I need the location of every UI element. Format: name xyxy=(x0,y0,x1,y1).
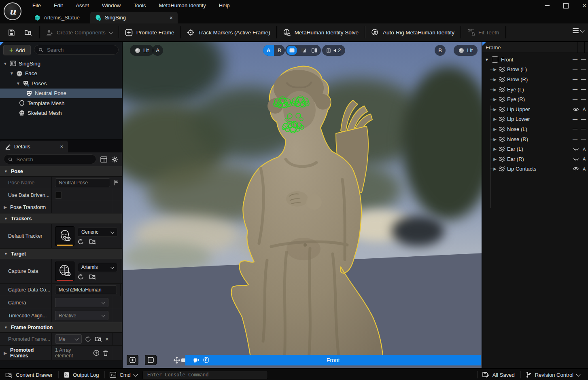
add-element-icon[interactable] xyxy=(93,350,100,356)
hidden-eye-icon[interactable] xyxy=(573,157,579,161)
zoom-in-button[interactable] xyxy=(127,355,138,365)
frame-group-row[interactable]: ▶Lip ContactsA xyxy=(482,164,588,174)
frame-group-row[interactable]: ▶Ear (R)A xyxy=(482,154,588,164)
expander-icon[interactable]: ▶ xyxy=(493,167,497,171)
tree-item-poses[interactable]: ▼ g Poses xyxy=(0,78,122,89)
zoom-out-button[interactable] xyxy=(145,355,157,365)
frame-group-row[interactable]: ▶Nose (R)—— xyxy=(482,134,588,144)
details-search[interactable] xyxy=(4,154,96,164)
lit-mode-button-b[interactable]: Lit xyxy=(454,45,478,56)
details-search-input[interactable] xyxy=(16,156,92,163)
browse-to-asset-icon[interactable] xyxy=(89,239,96,245)
tree-item-singsing[interactable]: ▼ SingSing xyxy=(0,59,122,69)
close-tab-icon[interactable]: × xyxy=(170,15,173,21)
settings-gear-icon[interactable] xyxy=(111,156,118,163)
outliner-search[interactable] xyxy=(34,45,119,55)
expander-icon[interactable]: ▼ xyxy=(10,71,14,76)
view-name-bar[interactable]: Front xyxy=(185,355,481,365)
capture-data-dropdown[interactable]: Artemis xyxy=(78,263,117,272)
promoted-frame-dropdown[interactable]: Me xyxy=(55,334,82,344)
tree-item-skeletal-mesh[interactable]: Skeletal Mesh xyxy=(0,108,122,118)
visible-eye-icon[interactable] xyxy=(573,167,579,171)
expander-icon[interactable]: ▶ xyxy=(493,67,497,72)
browse-to-asset-icon[interactable] xyxy=(95,336,102,342)
minimize-button[interactable] xyxy=(538,0,556,11)
expander-icon[interactable]: ▶ xyxy=(493,97,497,101)
viewport[interactable]: Lit A A B 2 B xyxy=(123,42,482,368)
auto-rig-button[interactable]: Auto-Rig MetaHuman Identity xyxy=(365,23,461,41)
output-log-button[interactable]: Output Log xyxy=(58,369,104,380)
outliner-search-input[interactable] xyxy=(46,46,114,53)
frame-group-row[interactable]: ▶Brow (R)—— xyxy=(482,74,588,84)
create-components-button[interactable]: Create Components xyxy=(40,23,119,41)
use-selected-asset-icon[interactable] xyxy=(78,274,84,280)
ab-toggle[interactable]: A B xyxy=(263,45,285,56)
track-markers-button[interactable]: Track Markers (Active Frame) xyxy=(181,23,276,41)
revision-control-button[interactable]: Revision Control xyxy=(520,369,588,380)
section-pose[interactable]: ▼ Pose xyxy=(0,166,122,177)
frame-group-row[interactable]: ▶Ear (L)A xyxy=(482,144,588,154)
close-button[interactable]: × xyxy=(575,0,588,11)
details-tab[interactable]: Details × xyxy=(0,141,68,152)
tree-item-neutral-pose[interactable]: Neutral Pose xyxy=(0,89,122,99)
expander-icon[interactable]: ▶ xyxy=(493,157,497,161)
frame-group-row[interactable]: ▶Eye (L)—— xyxy=(482,84,588,95)
hidden-eye-icon[interactable] xyxy=(573,147,579,151)
toggle-b[interactable]: B xyxy=(274,45,285,56)
section-target[interactable]: ▼ Target xyxy=(0,249,122,259)
frame-counter-pill[interactable]: 2 xyxy=(322,45,345,56)
expander-icon[interactable]: ▶ xyxy=(493,127,497,131)
flag-icon[interactable] xyxy=(113,180,119,186)
save-button[interactable] xyxy=(0,23,20,41)
identity-solve-button[interactable]: MetaHuman Identity Solve xyxy=(277,23,365,41)
display-filter-icon[interactable] xyxy=(100,156,107,163)
tab-singsing[interactable]: SingSing × xyxy=(90,12,178,23)
expander-icon[interactable]: ▶ xyxy=(3,205,7,209)
tab-artemis-statue[interactable]: Artemis_Statue xyxy=(29,12,85,23)
expander-icon[interactable]: ▼ xyxy=(16,81,20,86)
camera-b-button[interactable]: B xyxy=(435,45,446,56)
tracker-thumbnail[interactable] xyxy=(55,226,74,246)
frame-group-row[interactable]: ▶Lip Lower—— xyxy=(482,114,588,125)
fit-teeth-button[interactable]: Fit Teeth xyxy=(461,23,505,41)
frame-group-row[interactable]: ▶Eye (R)—— xyxy=(482,94,588,104)
all-saved-indicator[interactable]: All Saved xyxy=(477,369,520,380)
content-drawer-button[interactable]: Content Drawer xyxy=(0,369,58,380)
toolbar-overflow-menu[interactable] xyxy=(573,28,584,33)
menu-help[interactable]: Help xyxy=(212,0,236,11)
expander-icon[interactable]: ▶ xyxy=(493,147,497,151)
menu-metahuman-identity[interactable]: MetaHuman Identity xyxy=(152,0,212,11)
expander-icon[interactable]: ▶ xyxy=(493,117,497,121)
expander-icon[interactable]: ▼ xyxy=(485,57,489,62)
tree-item-face[interactable]: ▼ Face xyxy=(0,69,122,79)
cmd-selector[interactable]: Cmd xyxy=(104,369,142,380)
dual-view-icon[interactable] xyxy=(309,46,320,55)
menu-file[interactable]: File xyxy=(26,0,47,11)
lit-mode-button-a[interactable]: Lit xyxy=(130,45,154,56)
frame-group-row[interactable]: ▶Nose (L)—— xyxy=(482,124,588,134)
console-command-input[interactable] xyxy=(146,372,264,378)
tree-item-template-mesh[interactable]: Template Mesh xyxy=(0,98,122,108)
statue-graphic[interactable] xyxy=(226,58,420,365)
section-trackers[interactable]: ▼ Trackers xyxy=(0,213,122,224)
browse-to-asset-icon[interactable] xyxy=(89,274,96,280)
use-selected-asset-icon[interactable] xyxy=(78,239,84,245)
split-view-icon[interactable] xyxy=(298,46,308,55)
frame-checkbox[interactable] xyxy=(492,56,498,63)
capture-data-config-field[interactable]: Mesh2MetaHuman xyxy=(55,285,117,294)
clear-icon[interactable]: × xyxy=(105,336,109,342)
menu-edit[interactable]: Edit xyxy=(47,0,69,11)
use-data-driven-checkbox[interactable] xyxy=(55,192,62,198)
pose-name-field[interactable]: Neutral Pose xyxy=(55,178,110,187)
camera-dropdown[interactable] xyxy=(55,298,108,307)
menu-window[interactable]: Window xyxy=(96,0,127,11)
expander-icon[interactable]: ▶ xyxy=(493,87,497,92)
menu-tools[interactable]: Tools xyxy=(127,0,152,11)
single-view-icon[interactable] xyxy=(287,46,297,55)
expander-icon[interactable]: ▼ xyxy=(3,61,7,66)
timecode-alignment-dropdown[interactable]: Relative xyxy=(55,311,108,320)
frame-group-row[interactable]: ▶Lip UpperA xyxy=(482,104,588,114)
section-frame-promotion[interactable]: ▼ Frame Promotion xyxy=(0,322,122,333)
promoted-frames-row[interactable]: ▶ Promoted Frames xyxy=(0,346,52,360)
promote-frame-button[interactable]: Promote Frame xyxy=(119,23,180,41)
